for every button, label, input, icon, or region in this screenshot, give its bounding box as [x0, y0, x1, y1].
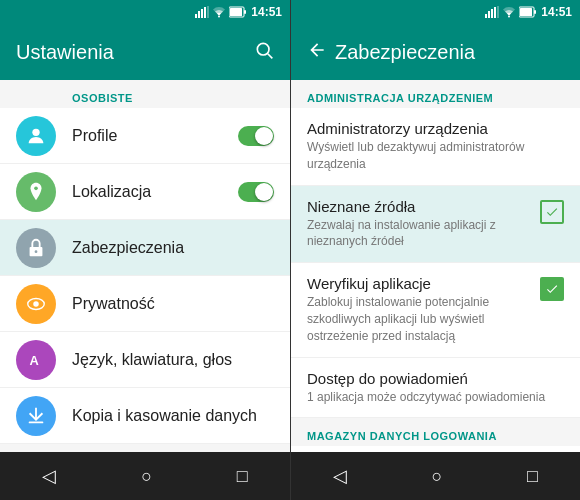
svg-point-29: [508, 16, 510, 18]
weryfikuj-sub: Zablokuj instalowanie potencjalnie szkod…: [307, 294, 532, 344]
svg-rect-18: [29, 421, 44, 423]
jezyk-icon: A: [16, 340, 56, 380]
svg-rect-7: [230, 8, 242, 16]
administratorzy-title: Administratorzy urządzenia: [307, 120, 556, 137]
left-nav-bar: ◁ ○ □: [0, 452, 290, 500]
lokalizacja-label: Lokalizacja: [72, 183, 238, 201]
svg-point-14: [35, 250, 38, 253]
zabezpieczenia-label: Zabezpieczenia: [72, 239, 274, 257]
administratorzy-sub: Wyświetl lub dezaktywuj administratorów …: [307, 139, 556, 173]
signal-icon: [195, 6, 209, 18]
security-item-dostep[interactable]: Dostęp do powiadomień 1 aplikacja może o…: [291, 358, 580, 419]
nieznane-sub: Zezwalaj na instalowanie aplikacji z nie…: [307, 217, 532, 251]
security-title: Zabezpieczenia: [335, 41, 475, 64]
battery-icon: [229, 6, 247, 18]
wifi-icon: [212, 6, 226, 18]
right-status-icons: [485, 6, 537, 18]
right-battery-icon: [519, 6, 537, 18]
right-nav-bar: ◁ ○ □: [291, 452, 580, 500]
section-header-administracja: ADMINISTRACJA URZĄDZENIEM: [291, 80, 580, 108]
svg-rect-25: [488, 11, 490, 18]
security-item-administratorzy[interactable]: Administratorzy urządzenia Wyświetl lub …: [291, 108, 580, 186]
nieznane-text: Nieznane źródła Zezwalaj na instalowanie…: [307, 198, 540, 251]
right-back-button[interactable]: ◁: [317, 457, 363, 495]
svg-rect-28: [497, 6, 499, 18]
svg-point-11: [32, 128, 39, 135]
section-header-konta: KONTA: [0, 444, 290, 452]
section-header-magazyn: MAGAZYN DANYCH LOGOWANIA: [291, 418, 580, 446]
svg-rect-8: [244, 10, 246, 14]
back-button[interactable]: [307, 40, 327, 65]
weryfikuj-title: Weryfikuj aplikacje: [307, 275, 532, 292]
weryfikuj-text: Weryfikuj aplikacje Zablokuj instalowani…: [307, 275, 540, 344]
left-panel-content: OSOBISTE Profile Lokalizacja: [0, 80, 290, 452]
svg-point-5: [218, 16, 220, 18]
left-status-icons: [195, 6, 247, 18]
right-recent-button[interactable]: □: [511, 458, 554, 495]
svg-rect-27: [494, 7, 496, 18]
profile-toggle-knob: [255, 127, 273, 145]
security-content: ADMINISTRACJA URZĄDZENIEM Administratorz…: [291, 80, 580, 452]
svg-text:A: A: [30, 352, 39, 367]
svg-rect-24: [485, 14, 487, 18]
left-recent-button[interactable]: □: [221, 458, 264, 495]
right-home-button[interactable]: ○: [416, 458, 459, 495]
dostep-title: Dostęp do powiadomień: [307, 370, 556, 387]
left-phone-panel: 14:51 Ustawienia OSOBISTE Profile: [0, 0, 290, 500]
svg-rect-0: [195, 14, 197, 18]
nieznane-checkbox-box: [540, 200, 564, 224]
sidebar-item-jezyk[interactable]: A Język, klawiatura, głos: [0, 332, 290, 388]
left-back-button[interactable]: ◁: [26, 457, 72, 495]
svg-point-9: [257, 43, 269, 55]
security-item-weryfikuj[interactable]: Weryfikuj aplikacje Zablokuj instalowani…: [291, 263, 580, 357]
nieznane-checkbox[interactable]: [540, 200, 564, 224]
kopia-label: Kopia i kasowanie danych: [72, 407, 274, 425]
left-status-bar: 14:51: [0, 0, 290, 24]
security-app-bar: Zabezpieczenia: [291, 24, 580, 80]
right-wifi-icon: [502, 6, 516, 18]
right-status-bar: 14:51: [291, 0, 580, 24]
lokalizacja-toggle[interactable]: [238, 182, 274, 202]
svg-rect-3: [204, 7, 206, 18]
svg-rect-32: [534, 10, 536, 14]
sidebar-item-zabezpieczenia[interactable]: Zabezpieczenia: [0, 220, 290, 276]
svg-rect-2: [201, 9, 203, 18]
sidebar-item-profile[interactable]: Profile: [0, 108, 290, 164]
svg-rect-26: [491, 9, 493, 18]
zabezpieczenia-icon: [16, 228, 56, 268]
jezyk-label: Język, klawiatura, głos: [72, 351, 274, 369]
section-header-osobiste: OSOBISTE: [0, 80, 290, 108]
svg-rect-31: [520, 8, 532, 16]
security-item-nieznane[interactable]: Nieznane źródła Zezwalaj na instalowanie…: [291, 186, 580, 264]
svg-rect-1: [198, 11, 200, 18]
sidebar-item-lokalizacja[interactable]: Lokalizacja: [0, 164, 290, 220]
svg-line-10: [268, 53, 273, 58]
right-signal-icon: [485, 6, 499, 18]
svg-point-16: [33, 301, 39, 307]
left-app-title: Ustawienia: [16, 41, 114, 64]
profile-icon: [16, 116, 56, 156]
sidebar-item-prywatnosc[interactable]: Prywatność: [0, 276, 290, 332]
lokalizacja-icon: [16, 172, 56, 212]
dostep-text: Dostęp do powiadomień 1 aplikacja może o…: [307, 370, 564, 406]
nieznane-title: Nieznane źródła: [307, 198, 532, 215]
svg-rect-4: [207, 6, 209, 18]
prywatnosc-icon: [16, 284, 56, 324]
weryfikuj-checkbox[interactable]: [540, 277, 564, 301]
left-app-bar: Ustawienia: [0, 24, 290, 80]
svg-point-12: [34, 186, 38, 190]
left-home-button[interactable]: ○: [125, 458, 168, 495]
weryfikuj-checkbox-box: [540, 277, 564, 301]
profile-label: Profile: [72, 127, 238, 145]
right-time: 14:51: [541, 5, 572, 19]
left-time: 14:51: [251, 5, 282, 19]
sidebar-item-kopia[interactable]: Kopia i kasowanie danych: [0, 388, 290, 444]
administratorzy-text: Administratorzy urządzenia Wyświetl lub …: [307, 120, 564, 173]
prywatnosc-label: Prywatność: [72, 295, 274, 313]
search-icon[interactable]: [254, 40, 274, 65]
lokalizacja-toggle-knob: [255, 183, 273, 201]
kopia-icon: [16, 396, 56, 436]
dostep-sub: 1 aplikacja może odczytywać powiadomieni…: [307, 389, 556, 406]
profile-toggle[interactable]: [238, 126, 274, 146]
right-phone-panel: 14:51 Zabezpieczenia ADMINISTRACJA URZĄD…: [290, 0, 580, 500]
